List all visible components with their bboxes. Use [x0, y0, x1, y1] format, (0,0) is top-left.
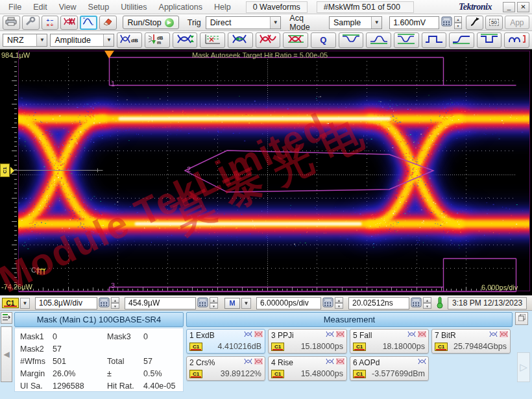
panel-collapse-left-button[interactable]: ◀ [1, 326, 12, 382]
measurement-box-exdb[interactable]: 1 ExdB C1 4.410216dB [186, 329, 265, 354]
eye-width-icon [230, 33, 250, 47]
calculator-icon[interactable] [197, 297, 208, 309]
math-select-arrow[interactable]: ▼ [241, 298, 251, 309]
menu-utilities[interactable]: Utilities [115, 3, 152, 12]
q-factor-button[interactable]: Q [311, 32, 336, 48]
eye-mini-icon[interactable] [244, 331, 252, 337]
menu-applications[interactable]: Applications [153, 3, 208, 12]
vertical-offset-field[interactable]: 454.9µW [125, 297, 196, 309]
eye-height-button[interactable] [173, 32, 198, 48]
waveform-display-area[interactable]: 984.1µW Mask Autoseek Target Hit Ratio =… [0, 49, 532, 295]
eye-width-button[interactable] [228, 32, 253, 48]
panel-menu-button[interactable] [1, 312, 12, 324]
channel-reference-marker[interactable]: C1 [0, 163, 10, 177]
panel-menu-icon [3, 313, 10, 322]
run-stop-button[interactable]: Run/Stop ▶ [123, 16, 179, 29]
mask-mini-icon[interactable] [500, 331, 508, 337]
print-button[interactable] [3, 16, 20, 30]
mid-level-icon [396, 33, 416, 47]
panel-restore-button[interactable] [515, 312, 528, 325]
measurement-box-ppji[interactable]: 3 PPJi C1 15.18000ps [268, 329, 347, 354]
horizontal-position-field[interactable]: 20.02512ns [348, 297, 409, 309]
measurement-label: 7 BitR [435, 331, 456, 340]
mask-test-button[interactable] [60, 16, 78, 30]
high-level-button[interactable] [339, 32, 364, 48]
calculator-icon[interactable] [441, 16, 452, 29]
trig-label: Trig [187, 18, 201, 27]
burst-width-button[interactable] [504, 32, 529, 48]
mask-icon [64, 17, 75, 28]
eye-mini-icon[interactable] [407, 331, 416, 337]
eye-mini-icon[interactable] [326, 358, 334, 365]
stat-label: Hit Rat. [107, 381, 143, 391]
mask-panel-title[interactable]: Mask (Main C1) 100GBASE-SR4 [14, 312, 184, 327]
minimize-button[interactable]: _ [503, 2, 515, 12]
calculator-icon[interactable] [411, 297, 422, 309]
calculator-icon[interactable] [99, 297, 110, 309]
mid-level-button[interactable] [394, 32, 419, 48]
menu-edit[interactable]: Edit [27, 3, 53, 12]
pulse-width-button[interactable] [422, 32, 447, 48]
svg-text:dB: dB [157, 36, 163, 40]
horizontal-scale-stepper[interactable]: ▲▼ [335, 297, 343, 309]
horizontal-scale-field[interactable]: 6.00000ps/div [256, 297, 321, 309]
menu-file[interactable]: File [3, 3, 27, 12]
pulse-width-icon [424, 33, 444, 47]
measurement-panel-title[interactable]: Measurement [186, 312, 513, 327]
eye-amplitude-button[interactable] [283, 32, 308, 48]
termination-button[interactable]: 50 [485, 16, 503, 30]
mask-mini-icon[interactable] [336, 358, 345, 365]
measurement-box-aopd[interactable]: 6 AOPd C1 -3.577699dBm [350, 356, 429, 381]
power-dbm-button[interactable]: dBm [145, 32, 170, 48]
measurement-category-select[interactable]: Amplitude ▼ [50, 34, 114, 47]
menu-help[interactable]: Help [208, 3, 237, 12]
measurement-box-crs[interactable]: 2 Crs% C1 39.89122% [186, 356, 265, 381]
timebase-readout: 6.000ps/div [481, 284, 518, 291]
gain-graph-button[interactable] [200, 32, 225, 48]
vertical-scale-stepper[interactable]: ▲▼ [111, 297, 119, 309]
signal-type-select[interactable]: NRZ ▼ [3, 34, 47, 47]
temperature-icon[interactable] [435, 296, 444, 311]
trigger-level-stepper[interactable]: ▲▼ [454, 16, 462, 29]
eye-mini-icon[interactable] [418, 358, 426, 365]
eye-mini-icon[interactable] [489, 331, 498, 337]
panel-expand-right-button[interactable]: ▷ [517, 352, 530, 382]
eye-diagram-canvas[interactable] [0, 49, 532, 295]
eye-mini-icon[interactable] [244, 358, 252, 365]
mask-mini-icon[interactable] [418, 331, 426, 337]
menu-setup[interactable]: Setup [82, 3, 115, 12]
menu-view[interactable]: View [53, 3, 82, 12]
close-button[interactable]: ✕ [517, 2, 529, 12]
clear-data-button[interactable] [99, 16, 117, 30]
stat-label: ± [107, 369, 143, 378]
math-badge[interactable]: M [224, 298, 240, 309]
channel-badge[interactable]: C1 [2, 298, 19, 308]
fall-time-button[interactable] [477, 32, 502, 48]
extinction-ratio-db-button[interactable]: dB [117, 32, 142, 48]
waveform-display-button[interactable] [80, 16, 97, 30]
rise-time-button[interactable] [449, 32, 474, 48]
measurement-box-bitr[interactable]: 7 BitR C1 25.79484Gbps [431, 329, 511, 354]
vertical-scale-field[interactable]: 105.8µW/div [35, 297, 97, 309]
trigger-source-select[interactable]: Direct ▼ [206, 16, 282, 29]
measurement-box-fall[interactable]: 5 Fall C1 18.18000ps [350, 329, 429, 354]
eye-mini-icon[interactable] [326, 331, 334, 337]
stat-value: 57 [143, 357, 183, 366]
app-button[interactable]: App [505, 16, 529, 29]
measurement-box-rise[interactable]: 4 Rise C1 15.48000ps [268, 356, 347, 381]
vertical-offset-stepper[interactable]: ▲▼ [210, 297, 218, 309]
trigger-slope-button[interactable] [466, 16, 483, 30]
math-button[interactable]: + −× ÷ [42, 16, 59, 30]
calculator-icon[interactable] [322, 297, 333, 309]
low-level-button[interactable] [366, 32, 391, 48]
acq-mode-select[interactable]: Sample ▼ [329, 16, 382, 29]
setup-button[interactable] [22, 16, 40, 30]
mask-mini-icon[interactable] [254, 358, 263, 365]
channel-select-arrow[interactable]: ▼ [20, 298, 30, 309]
horizontal-position-stepper[interactable]: ▲▼ [423, 297, 431, 309]
top-scale-value: 984.1µW [1, 51, 30, 59]
mask-eye-button[interactable] [256, 32, 281, 48]
mask-mini-icon[interactable] [336, 331, 345, 337]
trigger-level-field[interactable]: 1.600mV [389, 16, 439, 29]
mask-mini-icon[interactable] [254, 331, 263, 337]
